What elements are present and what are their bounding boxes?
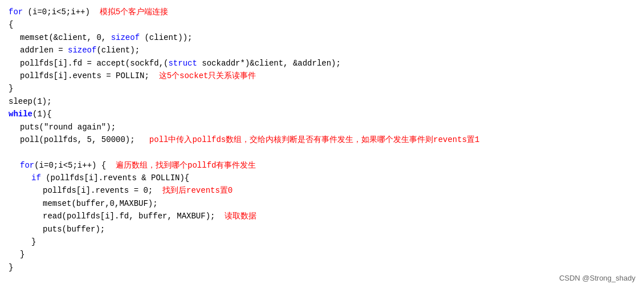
code-panel: for (i=0;i<5;i++) 模拟5个客户端连接 { memset(&cl… [0, 0, 644, 288]
sizeof-kw-2: sizeof [68, 44, 96, 56]
open-brace-1: { [9, 18, 13, 31]
comment-read: 读取数据 [225, 210, 256, 222]
close-while: } [9, 261, 13, 274]
code-line-16: memset(buffer,0,MAXBUF); [9, 197, 635, 210]
puts-buffer: puts(buffer); [43, 223, 105, 236]
watermark: CSDN @Strong_shady [559, 274, 635, 282]
code-line-3: memset(&client, 0, sizeof (client)); [9, 31, 635, 44]
sizeof-arg-2: (client); [96, 44, 140, 56]
sleep-call: sleep(1); [9, 95, 52, 108]
sizeof-kw-1: sizeof [111, 31, 140, 44]
comment-revents-zero: 找到后revents置0 [162, 184, 233, 197]
pollfds-events-assign: pollfds[i].events = POLLIN; [20, 70, 159, 82]
code-line-14: if (pollfds[i].revents & POLLIN){ [9, 172, 635, 184]
accept-rest: sockaddr*)&client, &addrlen); [197, 57, 341, 70]
memset-call-1: memset(&client, 0, [20, 31, 111, 44]
code-line-6: pollfds[i].events = POLLIN; 这5个socket只关系… [9, 70, 635, 82]
sizeof-arg-1: (client)); [140, 31, 192, 44]
close-brace-1: } [9, 82, 13, 95]
memset-buffer: memset(buffer,0,MAXBUF); [43, 197, 158, 210]
blank-line [9, 146, 13, 159]
addrlen-assign: addrlen = [20, 44, 68, 56]
while-kw: while [9, 108, 32, 120]
code-line-5: pollfds[i].fd = accept(sockfd,( struct s… [9, 57, 635, 70]
code-line-19: } [9, 236, 635, 248]
read-call: read(pollfds[i].fd, buffer, MAXBUF); [43, 210, 225, 222]
code-line-12 [9, 146, 635, 159]
code-line-13: for (i=0;i<5;i++) { 遍历数组，找到哪个pollfd有事件发生 [9, 159, 635, 172]
for-condition-1: (i=0;i<5;i++) [23, 6, 99, 18]
close-if: } [31, 236, 36, 248]
for-kw-2: for [20, 159, 34, 172]
code-line-7: } [9, 82, 635, 95]
revents-zero: pollfds[i].revents = 0; [43, 184, 162, 197]
code-line-8: sleep(1); [9, 95, 635, 108]
if-condition: (pollfds[i].revents & POLLIN){ [41, 172, 189, 184]
code-line-9: while (1){ [9, 108, 635, 120]
comment-for-inner: 遍历数组，找到哪个pollfd有事件发生 [116, 159, 256, 172]
code-line-21: } [9, 261, 635, 274]
code-line-10: puts("round again"); [9, 121, 635, 133]
code-line-18: puts(buffer); [9, 223, 635, 236]
code-line-2: { [9, 18, 635, 31]
close-for-inner: } [20, 248, 25, 261]
comment-events: 这5个socket只关系读事件 [159, 70, 256, 82]
code-line-11: poll(pollfds, 5, 50000); poll中传入pollfds数… [9, 133, 635, 146]
puts-round-again: puts("round again"); [20, 121, 116, 133]
main-container: struct pollfd { int fd; 文件描述符 short even… [0, 0, 644, 288]
comment-for-1: 模拟5个客户端连接 [100, 6, 168, 18]
if-kw: if [31, 172, 41, 184]
code-line-15: pollfds[i].revents = 0; 找到后revents置0 [9, 184, 635, 197]
pollfds-fd-assign: pollfds[i].fd = accept(sockfd,( [20, 57, 168, 70]
for-inner-condition: (i=0;i<5;i++) { [34, 159, 116, 172]
struct-kw-1: struct [168, 57, 197, 70]
code-line-4: addrlen = sizeof (client); [9, 44, 635, 56]
for-kw-1: for [9, 6, 23, 18]
code-line-17: read(pollfds[i].fd, buffer, MAXBUF); 读取数… [9, 210, 635, 222]
while-condition: (1){ [32, 108, 52, 120]
code-line-1: for (i=0;i<5;i++) 模拟5个客户端连接 [9, 6, 635, 18]
comment-poll: poll中传入pollfds数组，交给内核判断是否有事件发生，如果哪个发生事件则… [149, 133, 480, 146]
poll-call: poll(pollfds, 5, 50000); [20, 133, 149, 146]
code-line-20: } [9, 248, 635, 261]
